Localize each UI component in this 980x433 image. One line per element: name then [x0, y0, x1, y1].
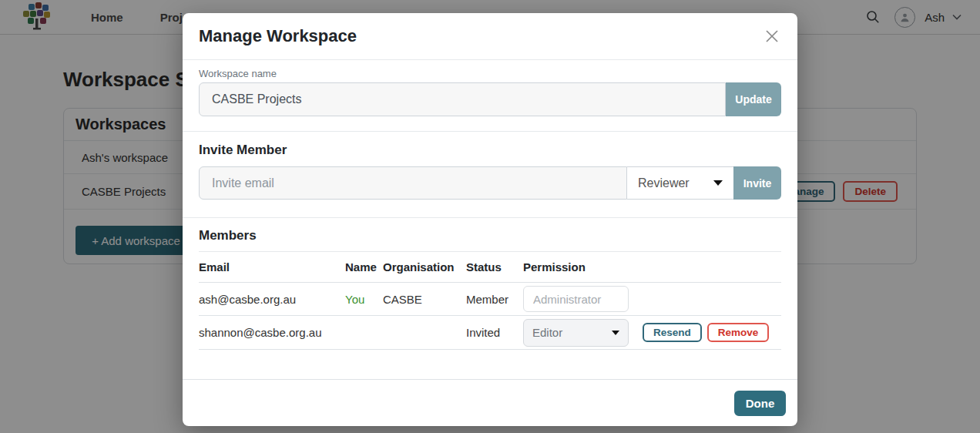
caret-down-icon [713, 180, 723, 186]
done-button[interactable]: Done [734, 391, 786, 416]
invite-role-select[interactable]: Reviewer [627, 166, 733, 200]
member-status: Member [466, 293, 523, 306]
invite-member-heading: Invite Member [199, 143, 781, 158]
remove-member-button[interactable]: Remove [707, 323, 770, 342]
members-table-header: Email Name Organisation Status Permissio… [199, 251, 781, 283]
manage-workspace-modal: Manage Workspace Workspace name Update I… [183, 13, 797, 426]
member-row: ash@casbe.org.au You CASBE Member Admini… [199, 283, 781, 316]
invite-button[interactable]: Invite [733, 166, 781, 200]
col-header-name: Name [345, 260, 383, 274]
member-organisation: CASBE [383, 293, 466, 306]
col-header-permission: Permission [523, 260, 781, 274]
members-section: Members Email Name Organisation Status P… [183, 228, 797, 350]
resend-invite-button[interactable]: Resend [643, 323, 702, 342]
workspace-name-section: Workspace name Update [183, 68, 797, 132]
invite-member-section: Invite Member Reviewer Invite [183, 143, 797, 218]
permission-select-disabled: Administrator [523, 286, 629, 312]
workspace-name-input[interactable] [199, 82, 726, 116]
workspace-name-label: Workspace name [199, 68, 781, 79]
members-table: Email Name Organisation Status Permissio… [199, 251, 781, 350]
close-icon[interactable] [764, 28, 780, 45]
col-header-status: Status [466, 260, 523, 274]
permission-value: Administrator [533, 293, 601, 306]
member-status: Invited [466, 326, 523, 339]
modal-title: Manage Workspace [199, 26, 357, 46]
member-email: shannon@casbe.org.au [199, 326, 345, 339]
col-header-email: Email [199, 260, 345, 274]
permission-value: Editor [532, 326, 562, 339]
invite-role-value: Reviewer [638, 176, 690, 190]
update-button[interactable]: Update [726, 82, 781, 116]
member-email: ash@casbe.org.au [199, 293, 345, 306]
member-name: You [345, 293, 383, 306]
permission-select[interactable]: Editor [523, 319, 629, 347]
member-row: shannon@casbe.org.au Invited Editor Rese… [199, 316, 781, 350]
invite-email-input[interactable] [199, 166, 627, 200]
members-heading: Members [199, 228, 781, 243]
caret-down-icon [612, 331, 619, 335]
col-header-organisation: Organisation [383, 260, 466, 274]
